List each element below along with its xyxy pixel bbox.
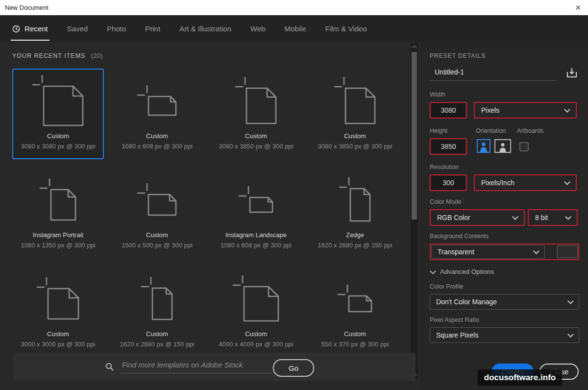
resolution-input[interactable] [431, 176, 466, 190]
template-item[interactable]: Custom1080 x 608 px @ 300 ppi [111, 69, 203, 159]
template-size: 550 x 370 px @ 300 ppi [321, 341, 389, 348]
advanced-options-toggle[interactable]: Advanced Options [430, 268, 579, 275]
recent-panel: YOUR RECENT ITEMS (20) Custom3080 x 3080… [0, 42, 421, 390]
search-input[interactable] [120, 361, 273, 373]
background-contents-label: Background Contents [430, 233, 579, 240]
chevron-down-icon [564, 179, 570, 185]
dialog-titlebar: New Document ✕ [0, 0, 588, 15]
tab-photo[interactable]: Photo [107, 15, 126, 42]
document-name-input[interactable] [430, 66, 557, 81]
chevron-down-icon [430, 268, 436, 274]
template-name: Custom [146, 330, 168, 338]
document-icon [234, 70, 279, 132]
advanced-options-label: Advanced Options [440, 268, 494, 275]
background-highlight: Transparent [430, 244, 579, 260]
artboards-label: Artboards [517, 127, 543, 134]
pixel-aspect-ratio-label: Pixel Aspect Ratio [430, 317, 579, 323]
bit-depth-value: 8 bit [535, 214, 548, 221]
pixel-aspect-ratio-dropdown[interactable]: Square Pixels [430, 327, 579, 343]
document-icon [338, 169, 373, 231]
artboards-checkbox[interactable] [519, 142, 529, 151]
go-button[interactable]: Go [273, 359, 314, 377]
tab-label: Saved [67, 24, 88, 33]
document-icon [333, 70, 378, 132]
template-size: 1080 x 608 px @ 300 ppi [220, 242, 292, 249]
landscape-orientation-icon [494, 139, 511, 154]
tab-mobile[interactable]: Mobile [285, 15, 306, 42]
template-name: Custom [47, 132, 69, 140]
height-label: Height [430, 127, 476, 134]
tab-print[interactable]: Print [145, 15, 160, 42]
template-item[interactable]: Custom3080 x 3080 px @ 300 ppi [12, 69, 104, 159]
template-size: 3080 x 3080 px @ 300 ppi [21, 143, 96, 150]
template-item[interactable]: Custom550 x 370 px @ 300 ppi [309, 267, 401, 357]
template-item[interactable]: Instagram Landscape1080 x 608 px @ 300 p… [210, 168, 302, 258]
orientation-landscape-button[interactable] [494, 139, 511, 154]
template-size: 1620 x 2880 px @ 150 ppi [120, 341, 195, 348]
chevron-down-icon [564, 106, 570, 113]
template-size: 3000 x 3000 px @ 300 ppi [21, 341, 96, 348]
close-icon[interactable]: ✕ [575, 4, 581, 11]
template-item[interactable]: Custom3000 x 3000 px @ 300 ppi [12, 267, 104, 357]
resolution-unit-highlight: Pixels/Inch [474, 174, 577, 191]
template-item[interactable]: Zedge1620 x 2880 px @ 150 ppi [309, 168, 401, 258]
template-size: 1080 x 1350 px @ 300 ppi [21, 242, 96, 249]
preset-details-heading: PRESET DETAILS [430, 52, 579, 59]
width-input[interactable] [431, 103, 466, 117]
color-mode-highlight: RGB Color [430, 209, 525, 226]
bit-depth-highlight: 8 bit [528, 209, 578, 226]
width-highlight [430, 102, 467, 119]
scroll-up-icon[interactable] [412, 46, 417, 50]
template-item[interactable]: Custom1620 x 2880 px @ 150 ppi [111, 267, 203, 357]
color-profile-dropdown[interactable]: Don't Color Manage [430, 294, 579, 310]
template-item[interactable]: Custom3080 x 3850 px @ 300 ppi [210, 69, 302, 159]
bit-depth-dropdown[interactable]: 8 bit [529, 211, 576, 224]
height-highlight [430, 138, 467, 155]
template-item[interactable]: Instagram Portrait1080 x 1350 px @ 300 p… [12, 168, 104, 258]
color-mode-value: RGB Color [437, 214, 470, 221]
template-name: Zedge [346, 231, 364, 239]
template-name: Custom [245, 132, 267, 140]
resolution-unit-dropdown[interactable]: Pixels/Inch [475, 176, 575, 190]
width-unit-dropdown[interactable]: Pixels [475, 103, 575, 117]
watermark: docusoftware.info [478, 369, 562, 386]
category-tabbar: RecentSavedPhotoPrintArt & IllustrationW… [0, 15, 588, 42]
document-icon [336, 268, 374, 330]
orientation-portrait-button[interactable] [477, 139, 490, 154]
template-name: Custom [146, 132, 168, 140]
tab-web[interactable]: Web [250, 15, 266, 42]
template-item[interactable]: Custom4000 x 4000 px @ 300 ppi [210, 267, 302, 357]
chevron-down-icon [565, 214, 571, 220]
clock-icon [12, 25, 20, 33]
document-icon [38, 169, 78, 231]
color-mode-label: Color Mode [430, 198, 579, 205]
tab-label: Art & Illustration [179, 24, 231, 33]
template-size: 3080 x 3850 px @ 300 ppi [219, 143, 294, 150]
recent-items-title: YOUR RECENT ITEMS [12, 52, 85, 59]
resolution-unit-value: Pixels/Inch [481, 179, 514, 187]
color-mode-dropdown[interactable]: RGB Color [431, 211, 523, 224]
template-name: Custom [344, 132, 366, 140]
background-contents-dropdown[interactable]: Transparent [431, 245, 545, 259]
document-icon [231, 268, 281, 330]
background-color-swatch[interactable] [557, 245, 578, 258]
template-name: Instagram Landscape [225, 231, 287, 239]
tab-art-illustration[interactable]: Art & Illustration [179, 15, 231, 42]
document-icon [35, 268, 81, 330]
template-name: Instagram Portrait [33, 231, 83, 239]
scrollbar-thumb[interactable] [412, 52, 417, 219]
dialog-body: YOUR RECENT ITEMS (20) Custom3080 x 3080… [0, 42, 588, 390]
save-preset-button[interactable] [564, 66, 579, 81]
template-item[interactable]: Custom3080 x 3850 px @ 300 ppi [309, 69, 401, 159]
template-item[interactable]: Custom1500 x 500 px @ 300 ppi [111, 168, 203, 258]
scrollbar[interactable] [411, 43, 418, 379]
tab-film-video[interactable]: Film & Video [325, 15, 367, 42]
height-input[interactable] [431, 140, 466, 153]
background-contents-value: Transparent [438, 248, 474, 256]
dialog-title: New Document [5, 4, 49, 11]
adobe-stock-searchbar: Go [13, 353, 416, 381]
tab-recent[interactable]: Recent [12, 15, 48, 42]
tab-label: Web [250, 24, 266, 33]
tab-saved[interactable]: Saved [67, 15, 88, 42]
search-icon [105, 363, 114, 373]
